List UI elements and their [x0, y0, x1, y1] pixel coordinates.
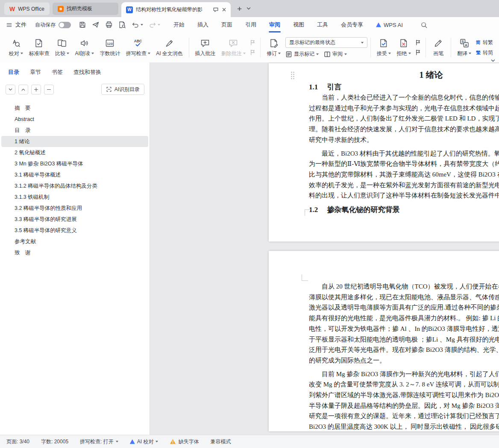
paragraph: 当前，人类社会已经进入了一个全新的信息化时代，信息的传输、处理等过程都是通过电子…: [269, 92, 499, 145]
toc-item[interactable]: 目 录: [1, 125, 148, 136]
markup-state-select[interactable]: 显示标记的最终状态: [285, 37, 367, 48]
redo-icon: [149, 21, 156, 29]
ribbon-tab[interactable]: 会员专享: [335, 17, 370, 32]
next-comment-button[interactable]: [250, 49, 256, 56]
ribbon-tabs: 开始 插入 页面 引用 审阅 视图 工具 会员专享 WPS AI: [167, 17, 409, 32]
previous-comment-button[interactable]: [250, 39, 256, 46]
toc-item[interactable]: 致 谢: [1, 247, 148, 258]
toc-item[interactable]: 3 Mn 掺杂 Bi2O3 稀磁半导体: [1, 158, 148, 169]
tab-document[interactable]: W 结构对称性对氧化铋能带的影: [121, 2, 231, 17]
delete-comment-button[interactable]: 删除批注: [218, 37, 248, 59]
docer-icon: [58, 6, 64, 12]
undo-button[interactable]: [132, 21, 143, 29]
pen-icon: [433, 38, 443, 48]
collapse-all-button[interactable]: [18, 85, 28, 94]
caret-icon: [344, 53, 347, 55]
pen-button[interactable]: 画笔: [429, 37, 448, 59]
ai-proofread-status[interactable]: AI 校对: [130, 438, 159, 445]
share-icon[interactable]: [92, 21, 100, 29]
insert-comment-button[interactable]: 插入批注: [192, 37, 218, 59]
reject-button[interactable]: 拒绝: [394, 37, 414, 59]
document-page-1[interactable]: 1 绪论 1.1 引言 当前，人类社会已经进入了一个全新的信息化时代，信息的传输…: [269, 63, 499, 242]
tab-wps-office[interactable]: W WPS Office: [4, 3, 50, 15]
spell-check-button[interactable]: ABC 拼写检查: [123, 37, 153, 59]
toc-item[interactable]: 3.2 稀磁半导体的性质和应用: [1, 203, 148, 214]
toc-toolbar: AI识别目录: [0, 82, 150, 99]
toc-item[interactable]: 参考文献: [1, 236, 148, 247]
zoom-in-button[interactable]: [31, 85, 41, 94]
tab-list-caret-icon[interactable]: [246, 6, 251, 11]
autosave-control[interactable]: 自动保存: [35, 21, 71, 29]
toc-item[interactable]: 1 绪论: [1, 136, 148, 147]
expand-all-button[interactable]: [6, 85, 15, 94]
ribbon-tab[interactable]: 引用: [239, 17, 263, 32]
to-simplified-button[interactable]: 繁 转简: [476, 49, 493, 56]
pane-tab[interactable]: 目录: [8, 68, 19, 76]
delete-comment-icon: [228, 38, 238, 48]
missing-font-warning[interactable]: 缺失字体: [170, 438, 199, 445]
window-tabbar: W WPS Office 找稻壳模板 W 结构对称性对氧化铋能带的影 +: [0, 0, 499, 17]
toc-item[interactable]: 2 氧化铋概述: [1, 147, 148, 158]
ai-polish-button[interactable]: AI 全文润色: [153, 37, 186, 59]
word-count-button[interactable]: 123 字数统计: [97, 37, 123, 59]
ribbon-tab[interactable]: WPS AI: [370, 17, 409, 32]
file-menu[interactable]: 文件: [6, 21, 26, 29]
close-tab-icon[interactable]: [221, 7, 227, 12]
svg-text:ABC: ABC: [134, 39, 142, 43]
redo-button[interactable]: [149, 21, 160, 29]
to-traditional-button[interactable]: 简 转繁: [476, 39, 493, 46]
page-indicator[interactable]: 页面: 3/40: [6, 438, 29, 445]
ai-read-button[interactable]: AI朗读: [72, 37, 97, 59]
tab-label: 找稻壳模板: [67, 5, 92, 12]
print-preview-icon[interactable]: [118, 21, 126, 29]
previous-change-button[interactable]: [415, 39, 421, 46]
next-change-button[interactable]: [415, 49, 421, 56]
zoom-out-button[interactable]: [44, 85, 54, 94]
save-icon[interactable]: [79, 21, 86, 29]
standard-review-button[interactable]: 标准审查: [26, 37, 52, 59]
toc-item[interactable]: 3.1.3 铁磁机制: [1, 192, 148, 203]
ribbon-tab[interactable]: 页面: [215, 17, 239, 32]
flag-icon: [415, 39, 421, 46]
new-tab-button[interactable]: +: [237, 5, 242, 13]
accept-button[interactable]: 接受: [374, 37, 394, 59]
pane-tab[interactable]: 章节: [30, 68, 41, 76]
translate-button[interactable]: 文A 翻译: [454, 37, 474, 59]
toc-item[interactable]: 3.1 稀磁半导体概述: [1, 169, 148, 180]
autosave-toggle[interactable]: [59, 22, 71, 28]
pane-tab[interactable]: 书签: [52, 68, 63, 76]
document-canvas[interactable]: 1 绪论 1.1 引言 当前，人类社会已经进入了一个全新的信息化时代，信息的传输…: [150, 62, 499, 435]
toc-item[interactable]: 3.1.2 稀磁半导体的晶体结构及分类: [1, 180, 148, 192]
search-icon[interactable]: [420, 21, 428, 29]
tab-docer-templates[interactable]: 找稻壳模板: [53, 3, 118, 15]
navigation-pane: 目录 章节 书签 查找和替换 AI识别目录: [0, 62, 150, 435]
drag-handle-icon[interactable]: [290, 71, 295, 80]
warning-icon: [170, 439, 176, 445]
track-changes-button[interactable]: 修订: [264, 37, 284, 59]
accept-change-icon: [379, 38, 389, 48]
spellcheck-status[interactable]: 拼写检查: 打开: [80, 438, 118, 445]
show-markup-button[interactable]: 显示标记: [285, 50, 319, 58]
pane-tab[interactable]: 查找和替换: [73, 68, 101, 76]
word-count-status[interactable]: 字数: 20005: [41, 438, 68, 445]
compare-button[interactable]: 比较: [52, 37, 72, 59]
ribbon-tab[interactable]: 审阅: [263, 17, 287, 32]
ribbon-tab[interactable]: 工具: [311, 17, 335, 32]
toc-list: 摘 要 Abstract 目 录 1 绪论 2 氧化铋概述 3 Mn 掺杂 Bi…: [0, 99, 150, 435]
ribbon-tab[interactable]: 视图: [287, 17, 311, 32]
ai-identify-toc-button[interactable]: AI识别目录: [101, 84, 144, 95]
ribbon-tab[interactable]: 开始: [167, 17, 191, 32]
document-page-2[interactable]: 自从 20 世纪初透明导电氧化物（TCO）被发现，人们便开始在各种材料中薄膜以使…: [269, 251, 499, 431]
ribbon-tab[interactable]: 插入: [191, 17, 215, 32]
toc-item[interactable]: 摘 要: [1, 103, 148, 114]
text-line: 改变 Mg 的含量可使禁带宽度从 3. 2～7. 8 eV 连续可调，从而可以制…: [309, 379, 499, 390]
proofread-button[interactable]: 校对: [6, 37, 26, 59]
toc-item[interactable]: Abstract: [1, 114, 148, 125]
print-icon[interactable]: [105, 21, 113, 29]
wps-ai-icon: [130, 439, 135, 444]
undo-icon: [132, 21, 139, 29]
compat-mode[interactable]: 兼容模式: [210, 438, 231, 445]
toc-item[interactable]: 3.3 稀磁半导体的研究进展: [1, 214, 148, 225]
toc-item[interactable]: 3.5 稀磁半导体的研究意义: [1, 225, 148, 236]
review-pane-button[interactable]: 审阅: [324, 50, 347, 58]
